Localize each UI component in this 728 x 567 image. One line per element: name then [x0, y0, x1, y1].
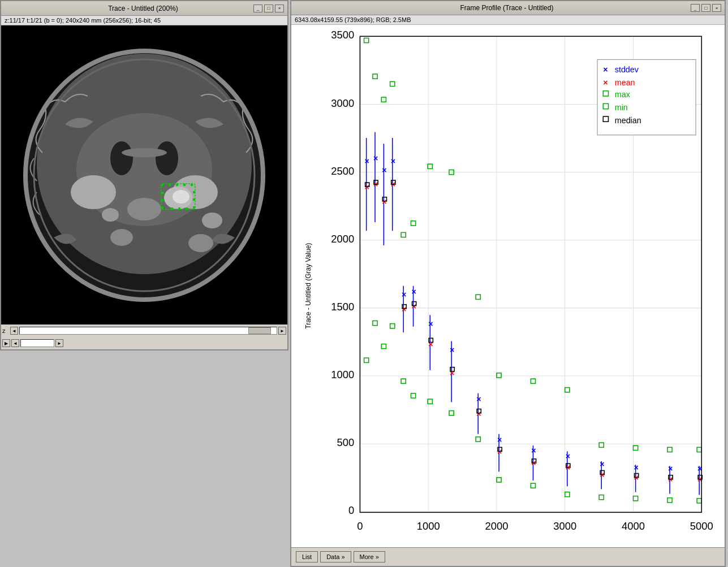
chart-area: Trace - Untitled (Gray Value) [291, 25, 725, 547]
t-scroll-left-arrow[interactable]: ◄ [11, 339, 19, 347]
play-bar: ▶ ◄ ► [1, 337, 287, 349]
svg-text:1500: 1500 [331, 301, 354, 313]
y-axis-label: Trace - Untitled (Gray Value) [291, 31, 325, 542]
right-close-button[interactable]: × [712, 4, 721, 12]
right-info-bar: 6343.08x4159.55 (739x896); RGB; 2.5MB [291, 15, 725, 25]
svg-text:max: max [615, 90, 631, 99]
z-scroll-left-arrow[interactable]: ◄ [10, 327, 18, 335]
svg-point-30 [202, 213, 222, 228]
svg-text:×: × [476, 395, 481, 404]
right-window: Frame Profile (Trace - Untitled) _ □ × 6… [290, 0, 726, 567]
svg-point-6 [122, 148, 167, 157]
z-scrollbar: z ◄ ► [1, 324, 287, 337]
t-scrollbar-track[interactable] [20, 339, 54, 347]
left-window: Trace - Untitled (200%) _ □ × z:11/17 t:… [0, 0, 288, 350]
svg-rect-24 [178, 207, 180, 210]
svg-text:×: × [634, 464, 639, 473]
svg-rect-19 [191, 184, 193, 186]
list-button[interactable]: List [296, 551, 318, 562]
svg-text:2000: 2000 [485, 520, 508, 532]
svg-text:×: × [600, 460, 604, 469]
data-button[interactable]: Data » [320, 551, 351, 562]
z-label: z [2, 327, 9, 334]
svg-point-7 [71, 175, 116, 209]
svg-point-29 [102, 208, 119, 222]
svg-point-31 [110, 229, 133, 246]
mri-image-area [1, 25, 287, 324]
svg-text:min: min [615, 103, 628, 112]
svg-text:×: × [566, 452, 570, 461]
svg-rect-25 [171, 207, 173, 210]
chart-container: 0 500 1000 1500 2000 2500 3000 3500 0 10… [325, 31, 719, 542]
brain-mri-image [8, 40, 280, 311]
z-scrollbar-track[interactable] [19, 327, 277, 335]
svg-text:stddev: stddev [615, 65, 639, 74]
right-window-controls: _ □ × [691, 4, 721, 12]
svg-text:1000: 1000 [417, 520, 440, 532]
right-minimize-button[interactable]: _ [691, 4, 700, 12]
svg-rect-22 [193, 206, 195, 209]
svg-point-9 [127, 198, 161, 220]
left-window-title: Trace - Untitled (200%) [33, 5, 253, 12]
svg-point-32 [188, 234, 213, 252]
svg-point-5 [156, 141, 178, 175]
t-scroll-right-arrow[interactable]: ► [55, 339, 63, 347]
right-window-title: Frame Profile (Trace - Untitled) [323, 4, 691, 12]
svg-text:mean: mean [615, 78, 635, 87]
svg-rect-23 [186, 207, 188, 210]
svg-rect-158 [597, 60, 696, 136]
svg-text:×: × [428, 319, 433, 328]
z-scrollbar-thumb[interactable] [248, 327, 271, 334]
svg-text:×: × [450, 345, 454, 354]
left-titlebar: Trace - Untitled (200%) _ □ × [1, 1, 287, 16]
left-minimize-button[interactable]: _ [253, 5, 262, 12]
svg-text:×: × [603, 65, 608, 74]
svg-rect-28 [161, 192, 163, 194]
svg-text:×: × [497, 435, 502, 444]
svg-rect-26 [161, 206, 163, 209]
svg-rect-15 [161, 184, 163, 186]
left-window-controls: _ □ × [253, 5, 284, 12]
more-button[interactable]: More » [354, 551, 385, 562]
svg-rect-21 [193, 198, 195, 201]
svg-text:×: × [402, 291, 406, 300]
svg-text:1000: 1000 [331, 369, 354, 380]
svg-text:4000: 4000 [622, 520, 645, 532]
svg-text:×: × [373, 154, 378, 163]
chart-svg: 0 500 1000 1500 2000 2500 3000 3500 0 10… [325, 31, 719, 542]
svg-text:×: × [382, 166, 386, 175]
left-close-button[interactable]: × [275, 5, 284, 12]
svg-text:0: 0 [357, 520, 363, 532]
left-maximize-button[interactable]: □ [264, 5, 273, 12]
svg-text:2000: 2000 [331, 233, 354, 245]
right-titlebar: Frame Profile (Trace - Untitled) _ □ × [291, 1, 725, 15]
svg-rect-20 [193, 191, 195, 193]
svg-text:3500: 3500 [331, 31, 354, 41]
svg-text:2500: 2500 [331, 165, 354, 177]
svg-text:×: × [412, 288, 416, 297]
svg-point-11 [173, 190, 189, 204]
svg-text:×: × [668, 465, 673, 474]
bottom-toolbar: List Data » More » [291, 547, 725, 566]
svg-text:×: × [365, 157, 369, 166]
svg-text:3000: 3000 [331, 97, 354, 109]
svg-text:500: 500 [337, 437, 354, 449]
svg-text:×: × [531, 446, 536, 455]
right-maximize-button[interactable]: □ [701, 4, 710, 12]
left-info-bar: z:11/17 t:1/21 (b = 0); 240x240 mm (256x… [1, 16, 287, 25]
svg-rect-27 [161, 199, 163, 201]
svg-point-4 [110, 141, 133, 175]
svg-text:median: median [615, 116, 641, 125]
svg-text:3000: 3000 [553, 520, 576, 532]
svg-rect-17 [176, 184, 178, 186]
svg-text:5000: 5000 [690, 520, 713, 532]
svg-rect-18 [183, 184, 186, 186]
play-button[interactable]: ▶ [2, 339, 10, 347]
svg-text:0: 0 [348, 505, 354, 517]
svg-text:×: × [603, 78, 608, 87]
svg-rect-16 [169, 184, 171, 186]
z-scroll-right-arrow[interactable]: ► [278, 327, 286, 335]
svg-text:×: × [391, 157, 395, 166]
